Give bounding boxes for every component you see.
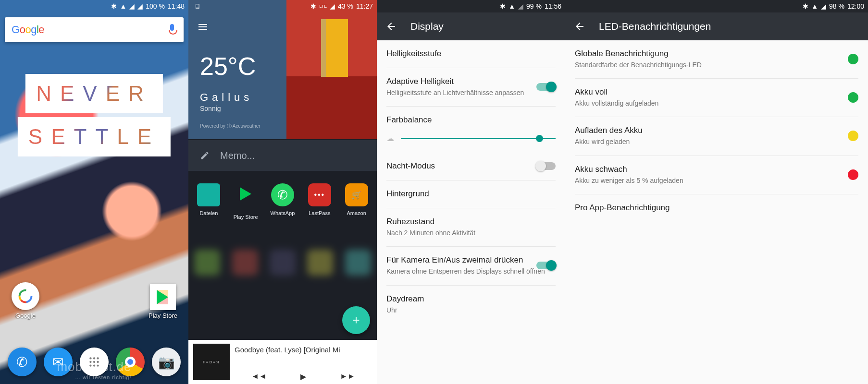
wallpaper (0, 0, 188, 384)
setting-row[interactable]: DaydreamUhr (377, 286, 565, 324)
player-controls: ◄◄ ▶ ►► (235, 372, 372, 381)
location: Gallus (200, 91, 253, 104)
svg-point-4 (89, 357, 91, 359)
app-icon: 🛒 (345, 183, 368, 206)
svg-point-6 (97, 357, 99, 359)
battery-text: 43 % (338, 2, 353, 10)
phone-icon[interactable]: ✆ (8, 348, 37, 376)
freq-app-whatsapp[interactable]: ✆WhatsApp (266, 183, 299, 220)
prev-icon[interactable]: ◄◄ (251, 372, 267, 381)
setting-row[interactable]: Hintergrund (377, 180, 565, 208)
add-fab[interactable] (342, 306, 370, 334)
page-title: LED-Benachrichtigungen (599, 21, 711, 32)
led-color-dot (848, 54, 858, 64)
signal-icon: ◢ (129, 2, 135, 10)
toggle-switch[interactable] (536, 262, 556, 269)
signal-icon: ◢ (518, 2, 523, 10)
setting-row[interactable]: Helligkeitsstufe (377, 40, 565, 68)
temperature: 25°C (200, 52, 256, 81)
row-subtitle: Standardfarbe der Benachrichtigungs-LED (575, 60, 858, 69)
row-subtitle: Helligkeitsstufe an Lichtverhältnisse an… (386, 88, 556, 97)
menu-icon[interactable] (197, 21, 209, 35)
homescreen: ✱ ▲ ◢ ◢ 100 % 11:48 Google NEVER SETTLE … (0, 0, 188, 384)
status-bar: ✱ ▲ ◢ ◢ 100 % 11:48 (0, 0, 188, 12)
google-search-bar[interactable]: Google (5, 17, 184, 42)
play-store-icon[interactable]: Play Store (148, 284, 178, 319)
edit-icon (200, 151, 210, 160)
row-title: Daydream (386, 294, 556, 304)
signal-icon: ◢ (330, 2, 335, 10)
device-icon: 🖥 (194, 2, 201, 10)
wifi-icon: ▲ (508, 2, 515, 10)
row-subtitle: Nach 2 Minuten ohne Aktivität (386, 228, 556, 237)
display-settings: ✱ ▲ ◢ 99 % 11:56 Display Helligkeitsstuf… (377, 0, 565, 384)
row-title: Hintergrund (386, 189, 556, 199)
folder-label: Google (11, 312, 40, 319)
row-title: Aufladen des Akku (575, 126, 858, 135)
row-title: Akku voll (575, 87, 858, 97)
toggle-switch[interactable] (536, 162, 556, 170)
wallpaper-text: NEVER SETTLE (18, 72, 171, 158)
setting-row[interactable]: Pro App-Benachrichtigung (565, 194, 868, 222)
battery-text: 100 % (146, 2, 165, 10)
setting-row[interactable]: Adaptive HelligkeitHelligkeitsstufe an L… (377, 68, 565, 106)
battery-text: 99 % (526, 2, 542, 10)
freq-app-amazon[interactable]: 🛒Amazon (340, 183, 373, 220)
row-subtitle: Akku wird geladen (575, 137, 858, 146)
network-label: LTE (319, 4, 327, 9)
now-playing-widget[interactable]: F≡D≡Я Goodbye (feat. Lyse) [Original Mi … (188, 340, 377, 384)
setting-row[interactable]: Aufladen des AkkuAkku wird geladen (565, 117, 868, 155)
row-title: Akku schwach (575, 165, 858, 174)
play-icon[interactable]: ▶ (300, 372, 306, 381)
freq-apps-row: DateienPlay Store✆WhatsApp•••LastPass🛒Am… (188, 179, 377, 225)
freq-app-dateien[interactable]: Dateien (192, 183, 225, 220)
setting-row[interactable]: Nacht-Modus (377, 153, 565, 180)
next-icon[interactable]: ►► (340, 372, 355, 381)
color-balance-slider[interactable]: ☁ (377, 134, 565, 153)
settings-list: HelligkeitsstufeAdaptive HelligkeitHelli… (377, 40, 565, 384)
google-folder[interactable]: Google (11, 282, 40, 319)
freq-app-play store[interactable]: Play Store (229, 183, 262, 220)
clock-text: 11:27 (356, 2, 373, 10)
google-logo: Google (12, 24, 44, 36)
bluetooth-icon: ✱ (310, 2, 316, 10)
app-label: Dateien (192, 210, 225, 216)
clock-text: 12:00 (847, 2, 864, 10)
row-subtitle: Akku zu weniger als 5 % aufgeladen (575, 176, 858, 185)
weather-attribution: Powered by ⓘ Accuweather (200, 123, 260, 130)
back-icon[interactable] (385, 21, 397, 32)
setting-row[interactable]: Akku vollAkku vollständig aufgeladen (565, 79, 868, 117)
toggle-switch[interactable] (536, 83, 556, 91)
clock-text: 11:48 (168, 2, 185, 10)
setting-row[interactable]: Globale BenachrichtigungStandardfarbe de… (565, 40, 868, 78)
row-subtitle: Akku vollständig aufgeladen (575, 99, 858, 108)
row-title: Farbbalance (386, 115, 556, 125)
setting-row[interactable]: Für Kamera Ein/Aus zweimal drückenKamera… (377, 247, 565, 285)
row-title: Helligkeitsstufe (386, 49, 556, 59)
app-label: Play Store (229, 214, 262, 220)
page-title: Display (410, 21, 444, 32)
app-icon: ✆ (271, 183, 294, 206)
app-label: LastPass (303, 210, 336, 216)
row-subtitle: Kamera ohne Entsperren des Displays schn… (386, 267, 556, 276)
setting-row[interactable]: RuhezustandNach 2 Minuten ohne Aktivität (377, 208, 565, 246)
bluetooth-icon: ✱ (500, 2, 506, 10)
camera-icon[interactable]: 📷 (152, 348, 181, 376)
status-bar: ✱ ▲ ◢ 98 % 12:00 (565, 0, 868, 12)
voice-search-icon[interactable] (167, 23, 177, 36)
track-title: Goodbye (feat. Lyse) [Original Mi (235, 344, 372, 354)
memo-input[interactable]: Memo... (188, 140, 377, 171)
led-color-dot (848, 92, 858, 103)
app-icon (234, 187, 257, 210)
wifi-icon: ▲ (120, 2, 126, 10)
settings-list: Globale BenachrichtigungStandardfarbe de… (565, 40, 868, 384)
row-title: Adaptive Helligkeit (386, 77, 556, 86)
bluetooth-icon: ✱ (803, 2, 808, 10)
freq-app-lastpass[interactable]: •••LastPass (303, 183, 336, 220)
led-color-dot (848, 169, 858, 180)
back-icon[interactable] (574, 21, 585, 32)
app-icon: ••• (308, 183, 331, 206)
slider-track[interactable] (401, 138, 556, 139)
setting-row[interactable]: Akku schwachAkku zu weniger als 5 % aufg… (565, 156, 868, 194)
setting-row[interactable]: Farbbalance (377, 107, 565, 134)
